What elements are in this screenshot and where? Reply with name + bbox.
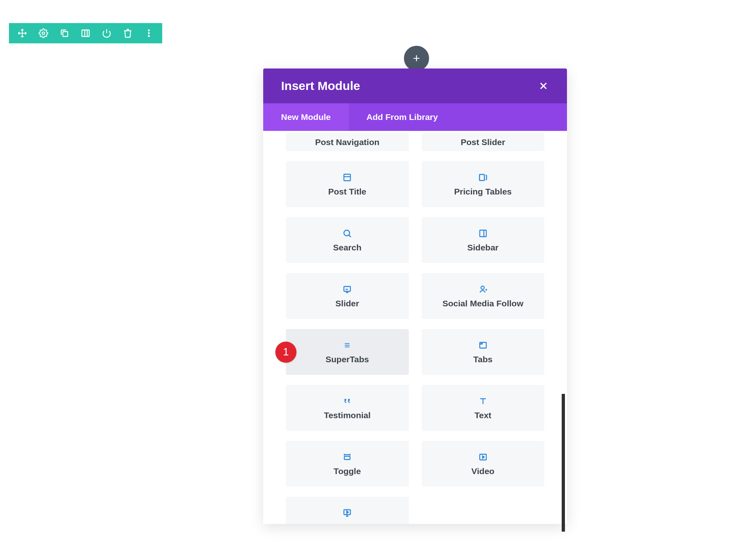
modal-title: Insert Module	[281, 79, 360, 93]
module-tabs[interactable]: Tabs	[422, 329, 545, 375]
svg-rect-11	[344, 174, 350, 181]
columns-icon[interactable]	[79, 27, 92, 39]
svg-point-22	[481, 286, 484, 289]
module-label: Video Slider	[323, 522, 372, 524]
duplicate-icon[interactable]	[58, 27, 71, 39]
module-label: Text	[474, 410, 492, 420]
person-plus-icon	[478, 284, 488, 295]
search-icon	[342, 228, 352, 239]
section-toolbar	[9, 23, 162, 43]
window-icon	[342, 172, 352, 183]
module-label: SuperTabs	[326, 355, 369, 364]
module-post-slider[interactable]: Post Slider	[422, 133, 545, 151]
sidebar-icon	[478, 228, 488, 239]
module-grid: Post NavigationPost SliderPost TitlePric…	[286, 133, 544, 524]
svg-point-7	[148, 32, 150, 34]
close-icon[interactable]	[538, 80, 549, 92]
svg-rect-13	[479, 174, 484, 180]
module-label: Toggle	[334, 466, 361, 476]
scrollbar[interactable]	[562, 394, 565, 532]
module-label: Social Media Follow	[442, 299, 524, 308]
module-label: Tabs	[473, 355, 492, 364]
text-icon	[478, 396, 488, 406]
module-label: Testimonial	[324, 410, 371, 420]
module-sidebar[interactable]: Sidebar	[422, 217, 545, 263]
svg-marker-36	[483, 456, 484, 458]
power-icon[interactable]	[101, 27, 113, 39]
svg-line-15	[349, 235, 351, 237]
module-label: Post Navigation	[315, 137, 380, 147]
more-icon[interactable]	[143, 27, 155, 39]
video-slider-icon	[342, 508, 352, 518]
module-text[interactable]: Text	[422, 385, 545, 431]
module-label: Post Slider	[461, 137, 505, 147]
module-slider[interactable]: Slider	[286, 273, 409, 319]
tab-add-from-library[interactable]: Add From Library	[349, 103, 456, 131]
annotation-badge: 1	[275, 342, 296, 363]
module-post-navigation[interactable]: Post Navigation	[286, 133, 409, 151]
move-icon[interactable]	[16, 27, 28, 39]
module-video-slider[interactable]: Video Slider	[286, 497, 409, 524]
module-video[interactable]: Video	[422, 441, 545, 487]
svg-rect-28	[480, 342, 486, 348]
module-post-title[interactable]: Post Title	[286, 161, 409, 207]
modal-header: Insert Module	[263, 68, 567, 103]
gear-icon[interactable]	[37, 27, 49, 39]
module-toggle[interactable]: Toggle	[286, 441, 409, 487]
presentation-icon	[342, 284, 352, 295]
insert-module-modal: Insert Module New Module Add From Librar…	[263, 68, 567, 524]
trash-icon[interactable]	[122, 27, 134, 39]
modal-body: Post NavigationPost SliderPost TitlePric…	[263, 131, 567, 524]
module-testimonial[interactable]: Testimonial	[286, 385, 409, 431]
module-label: Sidebar	[467, 243, 498, 252]
tables-icon	[478, 172, 488, 183]
module-label: Post Title	[328, 187, 366, 197]
module-supertabs[interactable]: SuperTabs1	[286, 329, 409, 375]
svg-point-6	[148, 30, 150, 32]
plus-icon: +	[413, 51, 420, 65]
svg-point-8	[148, 35, 150, 37]
module-label: Slider	[335, 299, 359, 308]
svg-rect-2	[82, 30, 89, 36]
svg-rect-1	[63, 32, 68, 36]
modal-tabs: New Module Add From Library	[263, 103, 567, 131]
module-label: Pricing Tables	[454, 187, 512, 197]
svg-rect-32	[344, 456, 350, 460]
tab-icon	[478, 340, 488, 351]
tab-new-module[interactable]: New Module	[263, 103, 349, 131]
module-search[interactable]: Search	[286, 217, 409, 263]
toggle-icon	[342, 452, 352, 462]
module-label: Search	[333, 243, 361, 252]
module-social-media-follow[interactable]: Social Media Follow	[422, 273, 545, 319]
menu-icon	[342, 340, 352, 351]
module-pricing-tables[interactable]: Pricing Tables	[422, 161, 545, 207]
svg-point-14	[344, 230, 350, 236]
svg-point-0	[42, 32, 45, 34]
svg-marker-38	[347, 511, 348, 513]
quote-icon	[342, 396, 352, 406]
module-label: Video	[471, 466, 494, 476]
play-icon	[478, 452, 488, 462]
svg-rect-16	[480, 230, 486, 237]
